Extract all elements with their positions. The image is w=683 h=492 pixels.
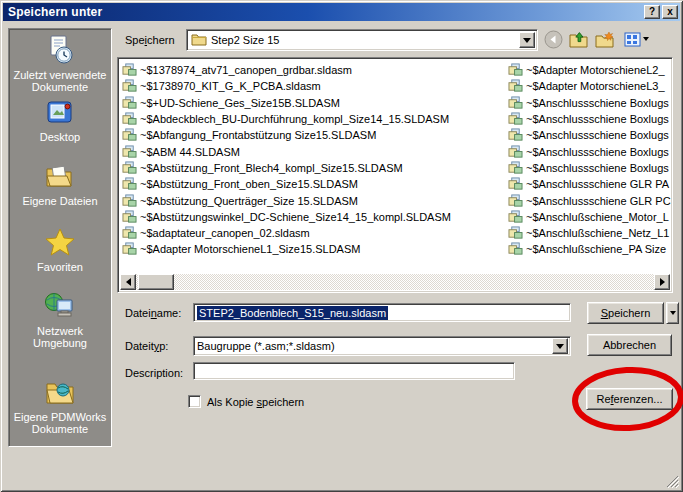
horizontal-scrollbar[interactable] — [120, 274, 670, 290]
file-list-item[interactable]: ~$+UD-Schiene_Ges_Size15B.SLDASM — [122, 95, 506, 111]
file-list-item[interactable]: ~$Adapter MotorschieneL3_ — [508, 78, 671, 94]
file-list-item[interactable]: ~$Abdeckblech_BU-Durchführung_kompl_Size… — [122, 111, 506, 127]
place-desktop[interactable]: Desktop — [11, 99, 109, 143]
assembly-file-icon — [508, 226, 523, 240]
save-as-copy-label: Als Kopie speichern — [207, 396, 304, 408]
assembly-file-icon — [508, 242, 523, 256]
my-documents-icon — [44, 163, 76, 193]
file-list-item[interactable]: ~$adaptateur_canopen_02.sldasm — [122, 225, 506, 241]
filetype-dropdown-button[interactable] — [552, 338, 568, 354]
file-list-item[interactable]: ~$Abfangung_Frontabstützung Size15.SLDAS… — [122, 127, 506, 143]
assembly-file-icon — [508, 112, 523, 126]
file-list-item[interactable]: ~$Anschlussschiene Boxlugs — [508, 95, 671, 111]
file-list-item[interactable]: ~$Abstützung_Front_oben_Size15.SLDASM — [122, 176, 506, 192]
back-icon — [544, 30, 563, 49]
filetype-label: Dateityp: — [125, 340, 168, 352]
file-name: ~$1378974_atv71_canopen_grdbar.sldasm — [140, 64, 352, 76]
file-list-item[interactable]: ~$Anschlussschiene GLR PA — [508, 176, 671, 192]
file-list-item[interactable]: ~$1738970_KIT_G_K_PCBA.sldasm — [122, 78, 506, 94]
file-list-item[interactable]: ~$Anschlussschiene Boxlugs — [508, 127, 671, 143]
place-network[interactable]: Netzwerk Umgebung — [11, 291, 109, 349]
cancel-button[interactable]: Abbrechen — [587, 334, 672, 356]
file-list-item[interactable]: ~$Anschlussschiene GLR PC — [508, 192, 671, 208]
filename-input[interactable]: STEP2_Bodenblech_S15_neu.sldasm — [193, 303, 571, 322]
assembly-file-icon — [122, 177, 137, 191]
file-list-item[interactable]: ~$Adapter MotorschieneL2_ — [508, 62, 671, 78]
file-list[interactable]: ~$1378974_atv71_canopen_grdbar.sldasm ~$… — [117, 57, 673, 293]
place-my-documents[interactable]: Eigene Dateien — [11, 163, 109, 207]
file-list-item[interactable]: ~$Anschlußschiene_Netz_L1 — [508, 225, 671, 241]
file-name: ~$Abstützungswinkel_DC-Schiene_Size14_15… — [140, 211, 451, 223]
file-list-item[interactable]: ~$Anschlussschiene Boxlugs — [508, 160, 671, 176]
save-as-dialog: Speichern unter ? x Speichern Step2 Size… — [0, 0, 683, 492]
window-title: Speichern unter — [8, 5, 102, 19]
place-favorites[interactable]: Favoriten — [11, 227, 109, 273]
file-list-item[interactable]: ~$Anschlußschiene_PA Size — [508, 241, 671, 257]
location-combobox[interactable]: Step2 Size 15 — [186, 29, 538, 51]
file-list-item[interactable]: ~$Anschlussschiene Boxlugs — [508, 111, 671, 127]
assembly-file-icon — [122, 194, 137, 208]
view-menu-icon — [624, 32, 641, 47]
scrollbar-track[interactable] — [136, 274, 654, 290]
new-folder-button[interactable] — [595, 29, 615, 49]
references-button[interactable]: Referenzen... — [586, 388, 673, 410]
file-list-item[interactable]: ~$Anschlussschiene Boxlugs — [508, 143, 671, 159]
scroll-right-button[interactable] — [654, 274, 670, 290]
scroll-left-button[interactable] — [120, 274, 136, 290]
file-name: ~$adaptateur_canopen_02.sldasm — [140, 227, 310, 239]
file-list-item[interactable]: ~$Abstützungswinkel_DC-Schiene_Size14_15… — [122, 209, 506, 225]
help-button[interactable]: ? — [644, 5, 660, 19]
location-dropdown-button[interactable] — [519, 32, 535, 48]
close-button[interactable]: x — [662, 5, 678, 19]
assembly-file-icon — [122, 96, 137, 110]
file-name: ~$+UD-Schiene_Ges_Size15B.SLDASM — [140, 97, 340, 109]
chevron-down-icon — [523, 38, 531, 43]
save-as-copy-checkbox[interactable] — [188, 395, 201, 408]
assembly-file-icon — [508, 161, 523, 175]
place-label: Favoriten — [11, 261, 109, 273]
up-one-level-button[interactable] — [569, 29, 589, 49]
file-name: ~$Abstützung_Front_Blech4_kompl_Size15.S… — [140, 162, 403, 174]
view-menu-button[interactable] — [621, 29, 651, 49]
file-list-item[interactable]: ~$1378974_atv71_canopen_grdbar.sldasm — [122, 62, 506, 78]
resize-grip[interactable] — [666, 475, 679, 488]
arrow-right-icon — [660, 278, 665, 286]
assembly-file-icon — [508, 128, 523, 142]
assembly-file-icon — [122, 63, 137, 77]
file-list-item[interactable]: ~$Anschlußschiene_Motor_L — [508, 209, 671, 225]
file-name: ~$Adapter MotorschieneL1_Size15.SLDASM — [140, 243, 360, 255]
save-in-label: Speichern — [125, 34, 175, 46]
file-name: ~$Abfangung_Frontabstützung Size15.SLDAS… — [140, 129, 376, 141]
assembly-file-icon — [122, 128, 137, 142]
file-name: ~$ABM 44.SLDASM — [140, 146, 240, 158]
file-name: ~$Abdeckblech_BU-Durchführung_kompl_Size… — [140, 113, 449, 125]
file-list-item[interactable]: ~$ABM 44.SLDASM — [122, 143, 506, 159]
assembly-file-icon — [122, 112, 137, 126]
file-list-item[interactable]: ~$Abstützung_Querträger_Size 15.SLDASM — [122, 192, 506, 208]
new-folder-icon — [595, 31, 615, 48]
file-name: ~$Adapter MotorschieneL2_ — [526, 64, 665, 76]
save-as-copy-option: Als Kopie speichern — [188, 395, 304, 408]
place-label: Eigene Dateien — [11, 195, 109, 207]
assembly-file-icon — [508, 96, 523, 110]
file-name: ~$Anschlussschiene Boxlugs — [526, 113, 669, 125]
back-button[interactable] — [543, 29, 563, 49]
file-list-item[interactable]: ~$Abstützung_Front_Blech4_kompl_Size15.S… — [122, 160, 506, 176]
description-input[interactable] — [193, 362, 515, 380]
places-bar: Zuletzt verwendete Dokumente Desktop Eig… — [8, 28, 112, 447]
place-pdmworks-documents[interactable]: Eigene PDMWorks Dokumente — [11, 379, 109, 435]
place-recent-documents[interactable]: Zuletzt verwendete Dokumente — [11, 35, 109, 93]
save-dropdown-button[interactable] — [666, 302, 679, 324]
pdmworks-icon — [44, 379, 76, 409]
filetype-combobox[interactable]: Baugruppe (*.asm;*.sldasm) — [193, 336, 571, 356]
assembly-file-icon — [122, 210, 137, 224]
save-button[interactable]: Speichern — [587, 302, 664, 324]
close-icon: x — [667, 7, 673, 17]
up-folder-icon — [569, 31, 589, 48]
scrollbar-thumb[interactable] — [138, 274, 174, 290]
file-name: ~$Anschlußschiene_Motor_L — [526, 211, 669, 223]
assembly-file-icon — [508, 194, 523, 208]
title-bar[interactable]: Speichern unter ? x — [3, 3, 680, 21]
file-list-item[interactable]: ~$Adapter MotorschieneL1_Size15.SLDASM — [122, 241, 506, 257]
assembly-file-icon — [508, 63, 523, 77]
